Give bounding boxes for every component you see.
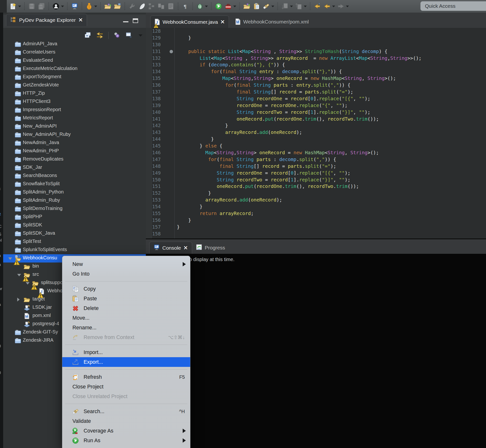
tree-item-splitphp[interactable]: SplitPHP	[3, 213, 146, 221]
menu-item-rename[interactable]: Rename...	[62, 323, 190, 333]
back-history-icon[interactable]	[313, 2, 322, 10]
orange-bug-icon[interactable]	[85, 2, 93, 10]
menu-item-refresh[interactable]: RefreshF5	[62, 372, 190, 382]
dropdown-arrow-icon[interactable]	[332, 6, 335, 7]
tree-item-splitsdk-java[interactable]: SplitSDK_Java	[3, 230, 146, 238]
dropdown-arrow-icon[interactable]	[346, 6, 349, 7]
tree-item-correlateusers[interactable]: CorrelateUsers	[3, 48, 146, 57]
tab-progress[interactable]: Progress	[192, 242, 229, 254]
code-line: 142 }	[146, 122, 486, 129]
link-with-editor-icon[interactable]	[96, 31, 104, 40]
tree-item-removeduplicates[interactable]: RemoveDuplicates	[3, 155, 146, 164]
menu-item-shortcut: ⌥⇧⌘↓	[168, 335, 185, 340]
code-token: ) {	[379, 49, 387, 54]
pilcrow-icon[interactable]: ¶	[181, 2, 189, 10]
tab-console[interactable]: Console ✕	[149, 242, 192, 254]
collapse-all-icon[interactable]	[83, 31, 92, 40]
tree-item-label: New_AdminAPI	[23, 123, 57, 129]
tree-item-snowflaketosplit[interactable]: SnowflakeToSplit	[3, 180, 146, 188]
fold-marker-icon[interactable]	[170, 50, 173, 53]
dropdown-arrow-icon[interactable]	[233, 6, 236, 7]
menu-item-coverage-as[interactable]: Coverage As	[62, 426, 190, 436]
run-icon[interactable]	[214, 2, 223, 10]
code-token: (	[316, 69, 319, 74]
menu-item-copy[interactable]: Copy	[62, 284, 190, 294]
view-menu-icon[interactable]	[138, 34, 142, 37]
tree-item-evaluateseed[interactable]: EvaluateSeed	[3, 57, 146, 65]
chevron-right-icon[interactable]	[17, 298, 20, 302]
console-view-icon[interactable]	[71, 2, 79, 10]
menu-item-new[interactable]: New	[62, 259, 190, 269]
beetle-debug-icon[interactable]	[196, 2, 204, 10]
tree-item-splitdemotraining[interactable]: SplitDemoTraining	[3, 205, 146, 213]
menu-item-go-into[interactable]: Go Into	[62, 269, 190, 279]
dropdown-arrow-icon[interactable]	[61, 6, 64, 7]
menu-item-paste[interactable]: Paste	[62, 294, 190, 304]
type-hierarchy-icon	[147, 2, 155, 10]
tree-item-label: NewAdmin_Java	[23, 140, 59, 145]
quill-icon[interactable]	[138, 2, 146, 10]
tree-item-new-adminapi[interactable]: New_AdminAPI	[3, 122, 146, 131]
chevron-down-icon[interactable]	[26, 282, 30, 285]
menu-item-search[interactable]: Search...^H	[62, 407, 190, 416]
filter-packages-icon[interactable]	[113, 31, 122, 40]
tab-webhookconsumer-pom-xml[interactable]: M WebhookConsumer/pom.xml	[231, 16, 313, 28]
code-token: ""	[336, 103, 342, 108]
dropdown-arrow-icon[interactable]	[290, 6, 293, 7]
dropdown-arrow-icon[interactable]	[18, 6, 21, 7]
maximize-view-button[interactable]	[133, 18, 138, 23]
close-icon[interactable]: ✕	[78, 17, 83, 23]
tree-item-adminapi-java[interactable]: AdminAPI_Java	[3, 40, 146, 48]
menu-item-delete[interactable]: Delete	[62, 304, 190, 313]
close-icon[interactable]: ✕	[183, 245, 188, 251]
dropdown-arrow-icon[interactable]	[304, 6, 307, 7]
menu-item-close-project[interactable]: Close Project	[62, 382, 190, 392]
clipboard-icon[interactable]	[252, 2, 261, 10]
tree-item-newadmin-java[interactable]: NewAdmin_Java	[3, 139, 146, 147]
open-folder-icon[interactable]	[113, 2, 122, 10]
customize-view-icon[interactable]	[125, 31, 133, 40]
dropdown-arrow-icon[interactable]	[205, 6, 208, 7]
tree-item-http-zip[interactable]: HTTP_Zip	[3, 90, 146, 98]
tab-pydev-package-explorer[interactable]: PyDev Package Explorer ✕	[6, 14, 87, 26]
tree-item-splitadmin-ruby[interactable]: SplitAdmin_Ruby	[3, 197, 146, 205]
folder-objects-icon[interactable]	[243, 2, 251, 10]
code-token: .	[302, 163, 305, 169]
tree-item-httpclient3[interactable]: HTTPClient3	[3, 98, 146, 106]
tree-item-splunktosplitevents[interactable]: SplunkToSplitEvents	[3, 246, 146, 254]
minimize-view-button[interactable]	[123, 18, 128, 22]
tree-item-getzendeskvote[interactable]: GetZendeskVote	[3, 81, 146, 90]
tree-item-metricsreport[interactable]: MetricsReport	[3, 114, 146, 122]
dropdown-arrow-icon[interactable]	[271, 6, 274, 7]
new-wizard-icon[interactable]	[9, 2, 17, 10]
tree-item-sdk-jar[interactable]: SDK_Jar	[3, 164, 146, 172]
tree-item-new-adminapi-ruby[interactable]: New_AdminAPI_Ruby	[3, 131, 146, 139]
tree-item-splitadmin-python[interactable]: SplitAdmin_Python	[3, 188, 146, 197]
menu-item-validate[interactable]: Validate	[62, 416, 190, 426]
open-run-config-folder-icon[interactable]	[104, 2, 112, 10]
chevron-down-icon[interactable]	[8, 257, 12, 260]
back-arrow-icon[interactable]	[323, 2, 331, 10]
tree-item-impressionreport[interactable]: ImpressionReport	[3, 106, 146, 114]
tree-item-splitsdk[interactable]: SplitSDK	[3, 221, 146, 230]
user-profile-icon[interactable]	[52, 2, 60, 10]
dropdown-arrow-icon[interactable]	[94, 6, 97, 7]
menu-item-export[interactable]: Export...	[62, 357, 190, 367]
tree-item-executemetriccalculation[interactable]: ExecuteMetricCalculation	[3, 65, 146, 73]
code-editor[interactable]: 128129 }130131 public static List<Map<St…	[146, 28, 486, 239]
code-token: );	[364, 110, 370, 115]
quick-access-field[interactable]: Quick Access	[420, 1, 486, 11]
tree-item-searchbeacons[interactable]: SearchBeacons	[3, 172, 146, 180]
menu-item-run-as[interactable]: Run As	[62, 436, 190, 445]
debug-toolbox-icon[interactable]	[224, 2, 232, 10]
tree-item-exporttosegment[interactable]: ExportToSegment	[3, 73, 146, 81]
tree-item-newadmin-php[interactable]: NewAdmin_PHP	[3, 147, 146, 155]
chevron-down-icon[interactable]	[17, 274, 21, 276]
menu-item-move[interactable]: Move...	[62, 313, 190, 323]
tree-item-splittest[interactable]: SplitTest	[3, 238, 146, 246]
flashlight-icon[interactable]	[262, 2, 270, 10]
close-icon[interactable]: ✕	[220, 19, 225, 25]
tab-webhookconsumer-java[interactable]: J WebhookConsumer.java ✕	[150, 16, 229, 28]
code-text: String recordTwo = record[1].replace("}]…	[174, 109, 486, 116]
menu-item-import[interactable]: Import...	[62, 347, 190, 357]
